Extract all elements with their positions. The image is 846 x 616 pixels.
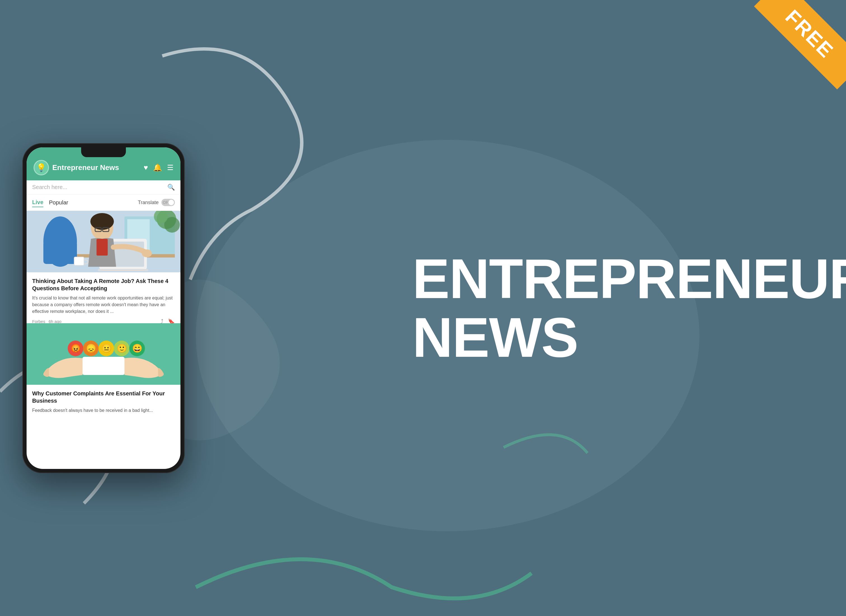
svg-text:😞: 😞 <box>86 343 97 353</box>
svg-text:😐: 😐 <box>101 343 112 353</box>
toggle-knob <box>169 199 174 205</box>
phone-outer: 💡 Entrepreneur News ♥ 🔔 ☰ Search here...… <box>22 143 185 473</box>
search-input[interactable]: Search here... <box>32 184 167 191</box>
article-1-image <box>26 211 181 272</box>
phone-mockup: 💡 Entrepreneur News ♥ 🔔 ☰ Search here...… <box>22 143 185 473</box>
tab-live[interactable]: Live <box>32 198 43 207</box>
brand-title-line1: ENTREPRENEUR <box>413 249 804 308</box>
svg-rect-9 <box>98 269 148 271</box>
svg-rect-15 <box>97 239 108 255</box>
phone-screen: 💡 Entrepreneur News ♥ 🔔 ☰ Search here...… <box>26 147 181 469</box>
translate-section: Translate OFF <box>138 199 175 206</box>
svg-rect-32 <box>82 357 125 375</box>
logo-icon: 💡 <box>37 163 46 172</box>
heart-icon[interactable]: ♥ <box>144 163 148 172</box>
brand-title: ENTREPRENEUR NEWS <box>413 249 804 367</box>
bell-icon[interactable]: 🔔 <box>153 163 162 172</box>
tab-popular[interactable]: Popular <box>49 198 68 207</box>
translate-toggle[interactable]: OFF <box>162 199 175 206</box>
app-logo: 💡 <box>34 160 49 175</box>
article-2-image: 😡 😞 😐 🙂 😄 <box>26 329 181 385</box>
search-icon[interactable]: 🔍 <box>167 184 175 191</box>
phone-notch <box>81 147 126 157</box>
filter-bar: Live Popular Translate OFF <box>26 195 181 211</box>
menu-icon[interactable]: ☰ <box>167 163 173 172</box>
app-header-icons: ♥ 🔔 ☰ <box>144 163 173 172</box>
svg-text:😡: 😡 <box>70 343 81 353</box>
translate-label: Translate <box>138 199 159 205</box>
article-1-content: Thinking About Taking A Remote Job? Ask … <box>26 272 181 329</box>
svg-rect-17 <box>74 257 84 265</box>
article-2-excerpt: Feedback doesn't always have to be recei… <box>32 407 175 414</box>
free-badge-label: FREE <box>754 0 846 89</box>
free-badge: FREE <box>728 0 846 117</box>
article-2-container: 😡 😞 😐 🙂 😄 <box>26 329 181 421</box>
brand-title-line2: NEWS <box>413 308 804 367</box>
svg-point-16 <box>142 249 152 257</box>
brand-text-container: ENTREPRENEUR NEWS <box>413 249 804 367</box>
svg-point-11 <box>90 213 114 230</box>
article-2-title: Why Customer Complaints Are Essential Fo… <box>32 390 175 404</box>
svg-text:😄: 😄 <box>132 343 142 353</box>
svg-text:🙂: 🙂 <box>117 343 127 353</box>
svg-rect-5 <box>43 242 77 264</box>
article-1-title: Thinking About Taking A Remote Job? Ask … <box>32 277 175 292</box>
article-2-content: Why Customer Complaints Are Essential Fo… <box>26 385 181 421</box>
article-1-excerpt: It's crucial to know that not all remote… <box>32 295 175 315</box>
app-header-title: Entrepreneur News <box>52 163 140 172</box>
search-bar: Search here... 🔍 <box>26 180 181 195</box>
